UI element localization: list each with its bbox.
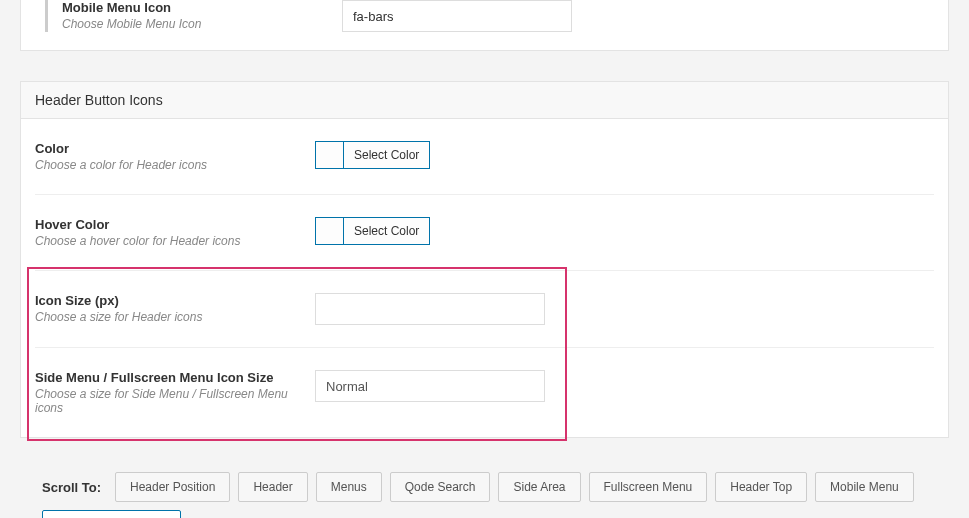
hover-color-row: Hover Color Choose a hover color for Hea…	[35, 195, 934, 271]
icon-size-title: Icon Size (px)	[35, 293, 295, 308]
mobile-menu-icon-label-block: Mobile Menu Icon Choose Mobile Menu Icon	[62, 0, 342, 31]
icon-size-row: Icon Size (px) Choose a size for Header …	[35, 271, 934, 348]
color-swatch	[316, 142, 344, 168]
panel-header: Header Button Icons	[21, 82, 948, 119]
icon-size-input[interactable]	[315, 293, 545, 325]
color-label-block: Color Choose a color for Header icons	[35, 141, 315, 172]
icon-size-desc: Choose a size for Header icons	[35, 310, 295, 324]
scroll-to-button[interactable]: Mobile Menu	[815, 472, 914, 502]
side-menu-size-title: Side Menu / Fullscreen Menu Icon Size	[35, 370, 295, 385]
side-menu-size-row: Side Menu / Fullscreen Menu Icon Size Ch…	[35, 348, 934, 437]
hover-color-desc: Choose a hover color for Header icons	[35, 234, 295, 248]
scroll-to-button[interactable]: Menus	[316, 472, 382, 502]
mobile-menu-icon-section: Mobile Menu Icon Choose Mobile Menu Icon	[20, 0, 949, 51]
mobile-menu-icon-title: Mobile Menu Icon	[62, 0, 342, 15]
mobile-menu-icon-control	[342, 0, 572, 32]
color-picker[interactable]: Select Color	[315, 141, 430, 169]
scroll-to-button[interactable]: Side Area	[498, 472, 580, 502]
side-menu-size-desc: Choose a size for Side Menu / Fullscreen…	[35, 387, 295, 415]
scroll-to-button[interactable]: Header Top	[715, 472, 807, 502]
mobile-menu-icon-row: Mobile Menu Icon Choose Mobile Menu Icon	[45, 0, 928, 32]
side-menu-size-label-block: Side Menu / Fullscreen Menu Icon Size Ch…	[35, 370, 315, 415]
header-button-icons-panel: Header Button Icons Color Choose a color…	[20, 81, 949, 438]
scroll-to-button[interactable]: Header Position	[115, 472, 230, 502]
hover-color-picker[interactable]: Select Color	[315, 217, 430, 245]
hover-color-title: Hover Color	[35, 217, 295, 232]
color-desc: Choose a color for Header icons	[35, 158, 295, 172]
scroll-to-button[interactable]: Fullscreen Menu	[589, 472, 708, 502]
mobile-menu-icon-desc: Choose Mobile Menu Icon	[62, 17, 342, 31]
select-color-button[interactable]: Select Color	[344, 142, 429, 168]
icon-size-label-block: Icon Size (px) Choose a size for Header …	[35, 293, 315, 324]
side-menu-size-select[interactable]: Normal	[315, 370, 545, 402]
hover-color-swatch	[316, 218, 344, 244]
select-hover-color-button[interactable]: Select Color	[344, 218, 429, 244]
hover-color-label-block: Hover Color Choose a hover color for Hea…	[35, 217, 315, 248]
scroll-to-button[interactable]: Qode Search	[390, 472, 491, 502]
scroll-to-button[interactable]: Header Button Icons	[42, 510, 181, 518]
color-row: Color Choose a color for Header icons Se…	[35, 119, 934, 195]
color-title: Color	[35, 141, 295, 156]
scroll-to-bar: Scroll To: Header PositionHeaderMenusQod…	[42, 458, 949, 518]
scroll-to-label: Scroll To:	[42, 480, 101, 495]
mobile-menu-icon-input[interactable]	[342, 0, 572, 32]
scroll-to-button[interactable]: Header	[238, 472, 307, 502]
